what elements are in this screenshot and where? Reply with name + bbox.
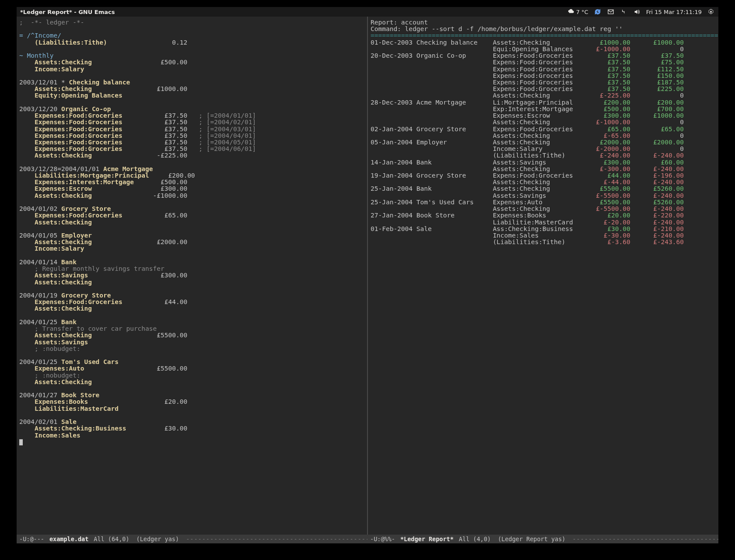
modeline-modes: (Ledger Report yas) <box>498 536 565 542</box>
network-icon[interactable] <box>620 8 628 16</box>
modeline-buffer: *Ledger Report* <box>400 536 454 542</box>
ledger-report-pane[interactable]: Report: account Command: ledger --sort d… <box>368 17 718 535</box>
window-title: *Ledger Report* - GNU Emacs <box>20 9 115 15</box>
modeline-buffer: example.dat <box>49 536 88 542</box>
ledger-source-text[interactable]: ; -*- ledger -*- = /^Income/ (Liabilitie… <box>19 19 364 445</box>
clock[interactable]: Fri 15 Mar 17:11:19 <box>646 9 702 15</box>
modeline-fill: ----------------------------------------… <box>572 536 718 542</box>
topbar: *Ledger Report* - GNU Emacs 7 °C <box>17 7 718 17</box>
sync-icon[interactable] <box>594 8 602 16</box>
modeline-right[interactable]: -U:@%%- *Ledger Report* All (4,0) (Ledge… <box>368 535 718 543</box>
volume-icon[interactable] <box>633 8 641 16</box>
modeline-modes: (Ledger yas) <box>136 536 179 542</box>
svg-point-0 <box>710 11 712 13</box>
modelines: -U:@--- example.dat All (64,0) (Ledger y… <box>17 535 718 543</box>
modeline-pos: All (64,0) <box>94 536 129 542</box>
modeline-flags: -U:@%%- <box>370 536 395 542</box>
modeline-fill: ----------------------------------------… <box>186 536 368 542</box>
modeline-flags: -U:@--- <box>19 536 44 542</box>
modeline-pos: All (4,0) <box>459 536 491 542</box>
mail-icon[interactable] <box>607 8 615 16</box>
ledger-source-pane[interactable]: ; -*- ledger -*- = /^Income/ (Liabilitie… <box>17 17 368 535</box>
modeline-left[interactable]: -U:@--- example.dat All (64,0) (Ledger y… <box>17 535 368 543</box>
settings-gear-icon[interactable] <box>707 8 715 16</box>
weather-indicator[interactable]: 7 °C <box>567 8 588 15</box>
weather-text: 7 °C <box>576 9 588 15</box>
ledger-report-text[interactable]: Report: account Command: ledger --sort d… <box>371 19 716 245</box>
